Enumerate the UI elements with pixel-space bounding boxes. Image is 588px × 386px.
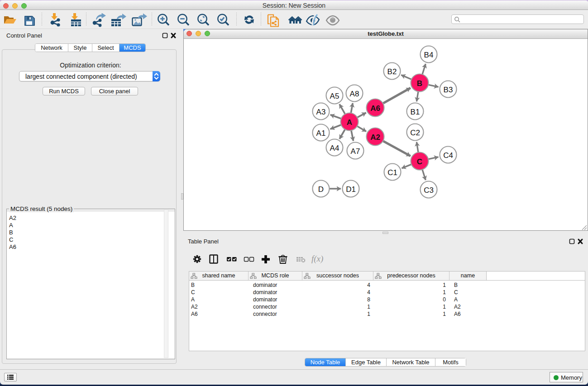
svg-text:C: C [417,157,422,166]
svg-text:B1: B1 [411,108,420,116]
svg-text:A3: A3 [316,108,326,116]
svg-text:A6: A6 [370,104,380,113]
svg-text:C3: C3 [424,186,434,195]
svg-text:A4: A4 [330,144,339,152]
svg-text:A5: A5 [330,92,339,100]
svg-text:B4: B4 [424,51,434,59]
svg-text:C1: C1 [387,168,397,177]
svg-text:A8: A8 [350,90,359,98]
svg-text:D1: D1 [346,185,356,194]
svg-text:B2: B2 [387,67,397,76]
svg-text:D: D [318,185,324,194]
svg-text:C2: C2 [410,129,420,137]
svg-text:A1: A1 [316,129,326,138]
svg-text:B: B [417,79,422,88]
svg-text:A: A [347,118,352,127]
svg-text:A7: A7 [351,147,360,156]
svg-text:C4: C4 [443,151,453,160]
svg-text:A2: A2 [370,133,380,142]
svg-text:B3: B3 [444,86,453,94]
